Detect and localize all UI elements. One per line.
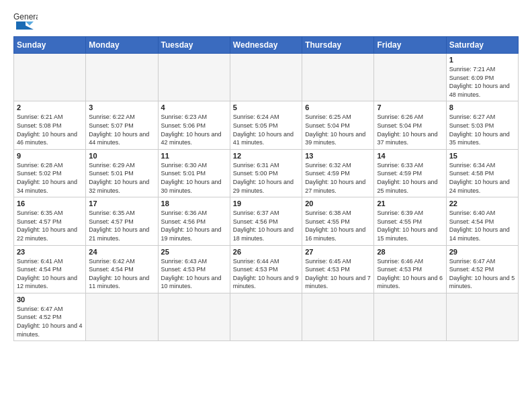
day-number: 26	[233, 248, 299, 256]
day-number: 14	[377, 152, 443, 160]
logo: General	[13, 11, 42, 30]
svg-marker-3	[26, 26, 34, 30]
day-info: Sunrise: 6:37 AM Sunset: 4:56 PM Dayligh…	[233, 209, 299, 242]
day-info: Sunrise: 6:41 AM Sunset: 4:54 PM Dayligh…	[17, 257, 83, 291]
calendar-cell	[230, 54, 302, 101]
day-info: Sunrise: 6:34 AM Sunset: 4:58 PM Dayligh…	[449, 161, 515, 195]
calendar-cell: 21Sunrise: 6:39 AM Sunset: 4:55 PM Dayli…	[374, 197, 446, 245]
calendar-cell	[158, 293, 230, 340]
day-info: Sunrise: 6:21 AM Sunset: 5:08 PM Dayligh…	[17, 113, 83, 146]
calendar-cell: 2Sunrise: 6:21 AM Sunset: 5:08 PM Daylig…	[14, 101, 86, 149]
day-info: Sunrise: 6:29 AM Sunset: 5:01 PM Dayligh…	[89, 161, 154, 195]
day-number: 10	[89, 152, 154, 160]
calendar-cell: 13Sunrise: 6:32 AM Sunset: 4:59 PM Dayli…	[302, 149, 374, 197]
calendar-cell: 26Sunrise: 6:44 AM Sunset: 4:53 PM Dayli…	[230, 245, 302, 293]
calendar-cell: 15Sunrise: 6:34 AM Sunset: 4:58 PM Dayli…	[446, 149, 518, 197]
calendar-cell	[230, 293, 302, 340]
calendar-cell: 10Sunrise: 6:29 AM Sunset: 5:01 PM Dayli…	[86, 149, 158, 197]
calendar-cell: 7Sunrise: 6:26 AM Sunset: 5:04 PM Daylig…	[374, 101, 446, 149]
day-info: Sunrise: 6:33 AM Sunset: 4:59 PM Dayligh…	[377, 161, 443, 195]
calendar-week-row: 23Sunrise: 6:41 AM Sunset: 4:54 PM Dayli…	[14, 245, 519, 293]
weekday-header-monday: Monday	[86, 37, 158, 54]
calendar-cell: 4Sunrise: 6:23 AM Sunset: 5:06 PM Daylig…	[158, 101, 230, 149]
day-number: 23	[17, 248, 83, 256]
day-number: 13	[305, 152, 371, 160]
day-info: Sunrise: 6:44 AM Sunset: 4:53 PM Dayligh…	[233, 257, 299, 291]
calendar-cell	[302, 293, 374, 340]
svg-text:General: General	[13, 12, 38, 21]
calendar-cell: 30Sunrise: 6:47 AM Sunset: 4:52 PM Dayli…	[14, 293, 86, 340]
calendar-cell: 8Sunrise: 6:27 AM Sunset: 5:03 PM Daylig…	[446, 101, 518, 149]
day-number: 17	[89, 199, 154, 208]
calendar-cell: 27Sunrise: 6:45 AM Sunset: 4:53 PM Dayli…	[302, 245, 374, 293]
calendar-cell: 16Sunrise: 6:35 AM Sunset: 4:57 PM Dayli…	[14, 197, 86, 245]
day-number: 15	[449, 152, 515, 160]
weekday-header-row: SundayMondayTuesdayWednesdayThursdayFrid…	[14, 37, 519, 54]
day-info: Sunrise: 6:32 AM Sunset: 4:59 PM Dayligh…	[305, 161, 371, 195]
day-number: 8	[449, 103, 515, 111]
calendar-cell	[374, 54, 446, 101]
calendar-cell	[374, 293, 446, 340]
day-info: Sunrise: 6:26 AM Sunset: 5:04 PM Dayligh…	[377, 113, 443, 146]
day-info: Sunrise: 6:28 AM Sunset: 5:02 PM Dayligh…	[17, 161, 83, 195]
weekday-header-friday: Friday	[374, 37, 446, 54]
day-info: Sunrise: 6:25 AM Sunset: 5:04 PM Dayligh…	[305, 113, 371, 146]
weekday-header-wednesday: Wednesday	[230, 37, 302, 54]
calendar-cell: 19Sunrise: 6:37 AM Sunset: 4:56 PM Dayli…	[230, 197, 302, 245]
day-number: 1	[449, 56, 515, 64]
day-number: 20	[305, 199, 371, 208]
day-info: Sunrise: 6:45 AM Sunset: 4:53 PM Dayligh…	[305, 257, 371, 291]
svg-marker-1	[16, 21, 26, 30]
calendar-cell	[158, 54, 230, 101]
page-header: General	[13, 11, 519, 30]
calendar-cell: 14Sunrise: 6:33 AM Sunset: 4:59 PM Dayli…	[374, 149, 446, 197]
day-number: 7	[377, 103, 443, 111]
day-number: 5	[233, 103, 299, 111]
calendar-cell: 1Sunrise: 7:21 AM Sunset: 6:09 PM Daylig…	[446, 54, 518, 101]
day-info: Sunrise: 6:42 AM Sunset: 4:54 PM Dayligh…	[89, 257, 154, 291]
day-number: 28	[377, 248, 443, 256]
day-number: 11	[161, 152, 227, 160]
calendar-cell: 5Sunrise: 6:24 AM Sunset: 5:05 PM Daylig…	[230, 101, 302, 149]
day-number: 2	[17, 103, 83, 111]
calendar-cell	[302, 54, 374, 101]
day-info: Sunrise: 6:38 AM Sunset: 4:55 PM Dayligh…	[305, 209, 371, 242]
day-info: Sunrise: 6:31 AM Sunset: 5:00 PM Dayligh…	[233, 161, 299, 195]
calendar-cell: 3Sunrise: 6:22 AM Sunset: 5:07 PM Daylig…	[86, 101, 158, 149]
weekday-header-tuesday: Tuesday	[158, 37, 230, 54]
day-info: Sunrise: 7:21 AM Sunset: 6:09 PM Dayligh…	[449, 65, 515, 99]
day-number: 27	[305, 248, 371, 256]
calendar-table: SundayMondayTuesdayWednesdayThursdayFrid…	[13, 36, 519, 341]
calendar-cell: 24Sunrise: 6:42 AM Sunset: 4:54 PM Dayli…	[86, 245, 158, 293]
calendar-cell: 29Sunrise: 6:47 AM Sunset: 4:52 PM Dayli…	[446, 245, 518, 293]
day-number: 4	[161, 103, 227, 111]
day-info: Sunrise: 6:35 AM Sunset: 4:57 PM Dayligh…	[89, 209, 154, 242]
day-number: 3	[89, 103, 154, 111]
day-number: 21	[377, 199, 443, 208]
calendar-cell: 17Sunrise: 6:35 AM Sunset: 4:57 PM Dayli…	[86, 197, 158, 245]
calendar-cell	[14, 54, 86, 101]
calendar-week-row: 1Sunrise: 7:21 AM Sunset: 6:09 PM Daylig…	[14, 54, 519, 101]
day-info: Sunrise: 6:23 AM Sunset: 5:06 PM Dayligh…	[161, 113, 227, 146]
calendar-cell: 22Sunrise: 6:40 AM Sunset: 4:54 PM Dayli…	[446, 197, 518, 245]
day-info: Sunrise: 6:46 AM Sunset: 4:53 PM Dayligh…	[377, 257, 443, 291]
calendar-cell	[86, 54, 158, 101]
day-number: 9	[17, 152, 83, 160]
svg-marker-2	[26, 21, 34, 26]
day-number: 16	[17, 199, 83, 208]
generalblue-logo-icon: General	[13, 11, 38, 30]
calendar-cell: 23Sunrise: 6:41 AM Sunset: 4:54 PM Dayli…	[14, 245, 86, 293]
day-info: Sunrise: 6:24 AM Sunset: 5:05 PM Dayligh…	[233, 113, 299, 146]
calendar-week-row: 16Sunrise: 6:35 AM Sunset: 4:57 PM Dayli…	[14, 197, 519, 245]
day-number: 22	[449, 199, 515, 208]
day-info: Sunrise: 6:47 AM Sunset: 4:52 PM Dayligh…	[449, 257, 515, 291]
calendar-cell: 6Sunrise: 6:25 AM Sunset: 5:04 PM Daylig…	[302, 101, 374, 149]
calendar-cell: 25Sunrise: 6:43 AM Sunset: 4:53 PM Dayli…	[158, 245, 230, 293]
day-number: 30	[17, 295, 83, 304]
calendar-cell: 28Sunrise: 6:46 AM Sunset: 4:53 PM Dayli…	[374, 245, 446, 293]
day-number: 19	[233, 199, 299, 208]
day-info: Sunrise: 6:22 AM Sunset: 5:07 PM Dayligh…	[89, 113, 154, 146]
day-info: Sunrise: 6:27 AM Sunset: 5:03 PM Dayligh…	[449, 113, 515, 146]
weekday-header-thursday: Thursday	[302, 37, 374, 54]
calendar-cell: 18Sunrise: 6:36 AM Sunset: 4:56 PM Dayli…	[158, 197, 230, 245]
